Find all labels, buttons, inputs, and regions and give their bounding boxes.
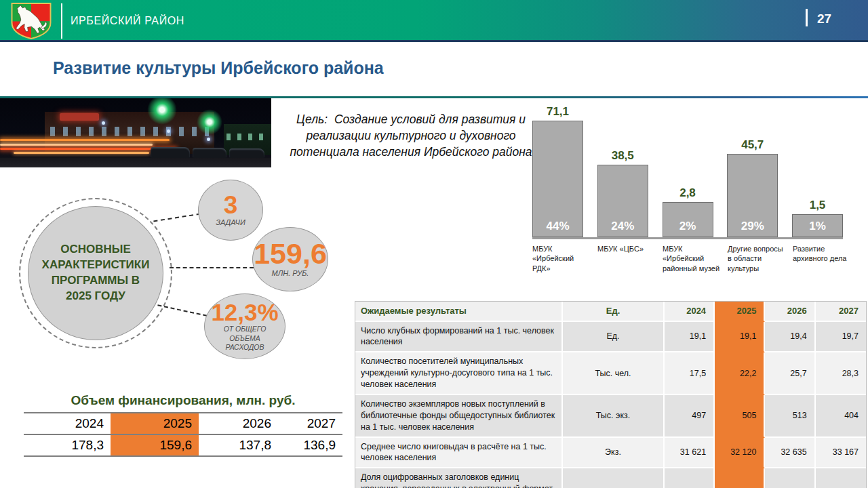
indicator-unit: Экз.	[563, 438, 665, 469]
indicator-value: 497	[665, 395, 715, 438]
value-cell: 137,8	[199, 435, 278, 455]
parked-car	[151, 147, 190, 158]
bar-chart-category-labels: МБУК «Ирбейский РДК» МБУК «ЦБС» МБУК «Ир…	[532, 244, 851, 273]
streetlight-glow	[167, 129, 170, 133]
indicator-value-highlighted: 505	[715, 395, 765, 438]
bar-value-label: 38,5	[612, 149, 634, 163]
financing-years-row: 2024 2025 2026 2027	[24, 413, 342, 434]
bar-percent-label: 44%	[546, 220, 569, 237]
results-header-row: Ожидаемые результаты Ед. 2024 2025 2026 …	[355, 302, 866, 322]
budget-bubble: 159,6 МЛН. РУБ.	[252, 227, 328, 291]
bar: 44%	[532, 121, 583, 237]
bar-percent-label: 29%	[741, 220, 764, 237]
connector-line	[153, 214, 200, 222]
indicator-value: 100	[765, 468, 815, 488]
category-label: МБУК «ЦБС»	[597, 244, 656, 273]
page-number-separator	[806, 9, 808, 26]
program-goal-text: Цель: Создание условий для развития и ре…	[285, 111, 537, 160]
indicator-unit: %	[563, 468, 665, 488]
share-percent: 12,3%	[211, 301, 278, 323]
indicator-value: 25,7	[765, 352, 815, 395]
bar-value-label: 71,1	[547, 105, 569, 119]
financing-table: 2024 2025 2026 2027 178,3 159,6 137,8 13…	[24, 412, 342, 457]
indicator-value: 33 167	[816, 438, 866, 469]
bar-column: 38,5 24%	[597, 149, 648, 237]
bar-percent-label: 2%	[679, 220, 696, 237]
bar-value-label: 1,5	[810, 199, 826, 212]
page-number: 27	[817, 0, 831, 38]
neon-sign	[60, 113, 99, 121]
bar-column: 2,8 2%	[663, 186, 713, 237]
indicator-name: Доля оцифрованных заголовков единиц хран…	[355, 468, 563, 488]
year-cell: 2024	[24, 413, 111, 434]
table-rule	[24, 455, 342, 457]
table-row: Количество экземпляров новых поступлений…	[355, 395, 866, 438]
table-row: Среднее число книговыдач в расчёте на 1 …	[355, 438, 866, 469]
program-characteristics-circle: ОСНОВНЫЕ ХАРАКТЕРИСТИКИ ПРОГРАММЫ В 2025…	[28, 206, 163, 340]
streetlight-glow	[197, 109, 222, 135]
table-row: Доля оцифрованных заголовков единиц хран…	[355, 468, 866, 488]
results-header-year: 2027	[816, 302, 866, 322]
indicator-unit: Тыс. экз.	[563, 395, 665, 438]
bar-column: 71,1 44%	[532, 105, 583, 237]
financing-values-row: 178,3 159,6 137,8 136,9	[24, 435, 342, 455]
indicator-name: Среднее число книговыдач в расчёте на 1 …	[355, 438, 563, 469]
budget-bar-chart: 71,1 44% 38,5 24% 2,8 2% 45,7 29% 1,5 1%	[532, 102, 843, 239]
page-title: Развитие культуры Ирбейского района	[53, 58, 384, 78]
share-caption: ОТ ОБЩЕГО ОБЪЕМА РАСХОДОВ	[216, 325, 274, 351]
indicator-value: 32 635	[765, 438, 815, 469]
bar: 1%	[792, 214, 843, 237]
budget-caption: МЛН. РУБ.	[272, 269, 309, 279]
indicator-value: 19,7	[816, 322, 866, 353]
bar-column: 1,5 1%	[792, 199, 843, 237]
table-rule	[24, 412, 342, 413]
budget-amount: 159,6	[254, 240, 327, 268]
road	[0, 158, 271, 167]
indicator-value: 100	[665, 468, 715, 488]
value-cell: 159,6	[111, 435, 199, 455]
parked-car	[229, 148, 264, 158]
results-header-year: 2024	[665, 302, 715, 322]
connector-line	[170, 267, 254, 268]
indicator-value: 19,1	[665, 322, 715, 353]
tasks-count: 3	[224, 193, 238, 217]
bar: 24%	[597, 165, 648, 237]
district-coat-of-arms-icon	[7, 1, 56, 40]
indicator-value-highlighted: 100	[715, 468, 765, 488]
value-cell: 178,3	[24, 435, 111, 455]
bar-value-label: 45,7	[741, 138, 764, 152]
results-header-name: Ожидаемые результаты	[355, 302, 563, 322]
bar-percent-label: 1%	[809, 220, 826, 237]
streetlight-glow	[207, 138, 210, 141]
header-bar: ИРБЕЙСКИЙ РАЙОН 27	[0, 0, 868, 42]
indicator-value: 513	[765, 395, 815, 438]
value-cell: 136,9	[278, 435, 342, 455]
indicator-value-highlighted: 22,2	[715, 352, 765, 395]
indicator-value: 17,5	[665, 352, 715, 395]
table-row: Число клубных формирований на 1 тыс. чел…	[355, 322, 866, 353]
header-separator	[61, 3, 62, 39]
bar-value-label: 2,8	[679, 186, 696, 200]
results-header-year-highlighted: 2025	[715, 302, 765, 322]
table-rule	[24, 434, 342, 435]
financing-block: Объем финансирования, млн. руб. 2024 202…	[24, 393, 342, 457]
year-cell: 2026	[199, 413, 278, 434]
category-label: МБУК «Ирбейский районный музей	[663, 244, 721, 273]
parked-car	[193, 148, 226, 158]
streetlight-glow	[102, 121, 105, 125]
indicator-value: 28,3	[816, 352, 866, 395]
tasks-bubble: 3 ЗАДАЧИ	[198, 180, 263, 241]
table-row: Количество посетителей муниципальных учр…	[355, 352, 866, 395]
results-header-year: 2026	[765, 302, 815, 322]
program-characteristics-text: ОСНОВНЫЕ ХАРАКТЕРИСТИКИ ПРОГРАММЫ В 2025…	[37, 242, 154, 304]
indicator-value: 404	[816, 395, 866, 438]
bar: 2%	[663, 202, 713, 237]
indicator-value-highlighted: 32 120	[715, 438, 765, 469]
category-label: МБУК «Ирбейский РДК»	[532, 244, 591, 273]
indicator-name: Количество посетителей муниципальных учр…	[355, 352, 563, 395]
indicator-value: 19,4	[765, 322, 815, 353]
indicator-value: 100	[816, 468, 866, 488]
bar: 29%	[727, 154, 778, 237]
indicator-name: Количество экземпляров новых поступлений…	[355, 395, 563, 438]
category-label: Другие вопросы в области культуры	[728, 244, 786, 273]
